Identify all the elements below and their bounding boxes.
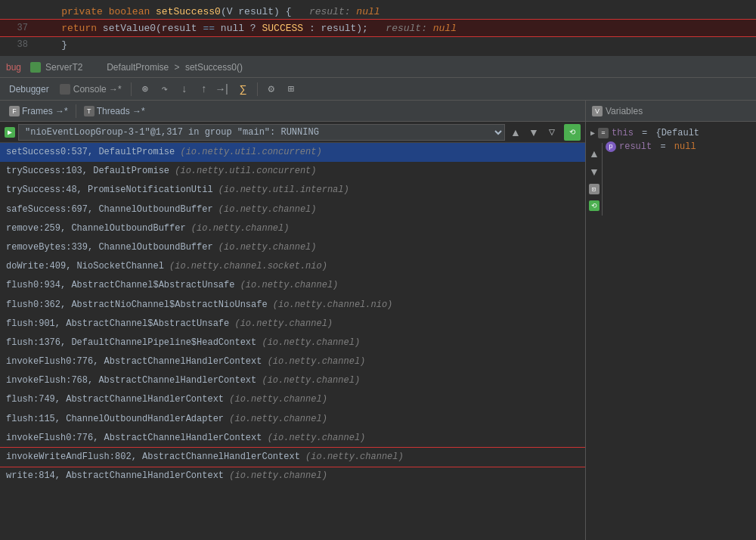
stack-frame-2[interactable]: trySuccess:48, PromiseNotificationUtil (… — [0, 181, 585, 200]
step-into-btn[interactable]: ↓ — [175, 80, 194, 98]
show-execution-point-btn[interactable]: ⊛ — [136, 80, 154, 98]
code-line-1: private boolean setSuccess0(V result) { … — [0, 3, 756, 20]
stack-frame-3[interactable]: safeSuccess:697, ChannelOutboundBuffer (… — [0, 200, 585, 219]
code-content-1: private boolean setSuccess0(V result) { … — [38, 6, 380, 17]
variables-icon: V — [592, 106, 603, 116]
restore-btn[interactable]: ⟲ — [589, 200, 600, 211]
tab-bug[interactable]: bug — [6, 62, 21, 73]
this-var-name: this — [612, 128, 634, 138]
breadcrumb: DefaultPromise > setSuccess0() — [107, 62, 243, 73]
code-content-2: return setValue0(result == null ? SUCCES… — [38, 23, 457, 34]
down-arrow-btn[interactable]: ▼ — [587, 164, 602, 179]
result-var-icon: p — [606, 141, 616, 152]
stack-frame-11[interactable]: invokeFlush0:776, AbstractChannelHandler… — [0, 352, 585, 371]
side-nav-buttons: ▲ ▼ ⊡ ⟲ — [586, 143, 603, 216]
step-over-btn[interactable]: ↷ — [156, 80, 174, 98]
stack-frame-4[interactable]: remove:259, ChannelOutboundBuffer (io.ne… — [0, 219, 585, 238]
variables-content: ▶ = this = {Default p result = null — [586, 122, 756, 158]
stack-frame-9[interactable]: flush:901, AbstractChannel$AbstractUnsaf… — [0, 315, 585, 334]
this-var-value: {Default — [655, 128, 699, 138]
left-panel: F Frames →* T Threads →* ▶ "nioEventLoop… — [0, 101, 586, 540]
stack-frame-5[interactable]: removeBytes:339, ChannelOutboundBuffer (… — [0, 238, 585, 257]
up-arrow-btn[interactable]: ▲ — [587, 146, 602, 161]
thread-dropdown[interactable]: "nioEventLoopGroup-3-1"@1,317 in group "… — [18, 124, 505, 141]
tab-server[interactable]: ServerT2 — [30, 62, 82, 73]
stack-frame-7[interactable]: flush0:934, AbstractChannel$AbstractUnsa… — [0, 276, 585, 295]
stack-frame-6[interactable]: doWrite:409, NioSocketChannel (io.netty.… — [0, 257, 585, 276]
stack-list[interactable]: setSuccess0:537, DefaultPromise (io.nett… — [0, 143, 585, 540]
restore-frames-btn[interactable]: ⟲ — [564, 124, 581, 141]
camera-icon[interactable]: ⊡ — [589, 184, 600, 194]
code-area: private boolean setSuccess0(V result) { … — [0, 0, 756, 57]
thread-status-icon: ▶ — [5, 127, 15, 138]
step-out-btn[interactable]: ↑ — [195, 80, 213, 98]
line-number-2: 37 — [0, 23, 34, 33]
layout-btn[interactable]: ⊞ — [282, 80, 300, 98]
threads-label[interactable]: T Threads →* — [79, 106, 150, 116]
line-number-3: 38 — [0, 39, 34, 50]
var-this[interactable]: ▶ = this = {Default — [590, 126, 751, 140]
debug-toolbar: Debugger Console →* ⊛ ↷ ↓ ↑ →| ∑ ⚙ ⊞ — [0, 78, 756, 101]
thread-prev-btn[interactable]: ▲ — [508, 125, 523, 140]
stack-frame-10[interactable]: flush:1376, DefaultChannelPipeline$HeadC… — [0, 334, 585, 352]
stack-frame-0[interactable]: setSuccess0:537, DefaultPromise (io.nett… — [0, 143, 585, 162]
code-line-3: 38 } — [0, 36, 756, 53]
breadcrumb-bar: bug ServerT2 DefaultPromise > setSuccess… — [0, 57, 756, 78]
expand-arrow[interactable]: ▶ — [590, 129, 595, 138]
code-line-2: 37 return setValue0(result == null ? SUC… — [0, 20, 756, 36]
stack-frame-1[interactable]: trySuccess:103, DefaultPromise (io.netty… — [0, 162, 585, 181]
code-content-3: } — [38, 39, 67, 51]
stack-frame-12[interactable]: invokeFlush:768, AbstractChannelHandlerC… — [0, 371, 585, 390]
console-tab[interactable]: Console →* — [55, 84, 126, 95]
toolbar-separator-2 — [257, 82, 258, 96]
bar-sep — [76, 104, 76, 118]
stack-frame-16[interactable]: invokeWriteAndFlush:802, AbstractChannel… — [0, 448, 585, 467]
frames-label[interactable]: F Frames →* — [5, 106, 73, 116]
stack-frame-13[interactable]: flush:749, AbstractChannelHandlerContext… — [0, 390, 585, 409]
thread-selector: ▶ "nioEventLoopGroup-3-1"@1,317 in group… — [0, 122, 585, 143]
result-var-value: null — [674, 141, 696, 152]
settings-btn[interactable]: ⚙ — [262, 80, 280, 98]
filter-icon[interactable]: ▽ — [544, 125, 559, 140]
debugger-tab[interactable]: Debugger — [5, 84, 54, 95]
variables-label: Variables — [606, 106, 643, 116]
stack-frame-17[interactable]: write:814, AbstractChannelHandlerContext… — [0, 467, 585, 486]
evaluate-btn[interactable]: ∑ — [234, 80, 253, 98]
right-panel: V Variables ▶ = this = {Default p result… — [586, 101, 756, 540]
var-result[interactable]: p result = null — [593, 140, 751, 154]
stack-frame-8[interactable]: flush0:362, AbstractNioChannel$AbstractN… — [0, 296, 585, 315]
variables-header: V Variables — [586, 101, 756, 122]
run-to-cursor-btn[interactable]: →| — [215, 80, 233, 98]
toolbar-separator-1 — [131, 82, 132, 96]
frames-threads-bar: F Frames →* T Threads →* — [0, 101, 585, 122]
thread-next-btn[interactable]: ▼ — [526, 125, 541, 140]
debugger-main: F Frames →* T Threads →* ▶ "nioEventLoop… — [0, 101, 756, 540]
this-var-icon: = — [598, 128, 609, 138]
result-var-name: result — [619, 141, 652, 152]
stack-frame-14[interactable]: flush:115, ChannelOutboundHandlerAdapter… — [0, 410, 585, 429]
stack-frame-15[interactable]: invokeFlush0:776, AbstractChannelHandler… — [0, 429, 585, 448]
